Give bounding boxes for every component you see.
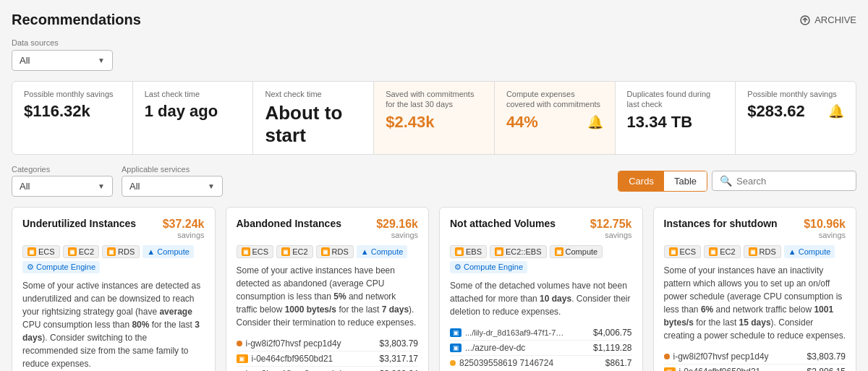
- data-sources-label: Data sources: [12, 38, 856, 47]
- list-item: ▣.../lily-dr_8d163af9-47f1-7ba1-ab0c-5b2…: [450, 325, 632, 341]
- card-header: Abandoned Instances $29.16k savings: [237, 218, 419, 239]
- tag-ec2: ▣EC2: [276, 245, 312, 258]
- chevron-down-icon: ▼: [208, 182, 215, 190]
- stat-label: Duplicates found during last check: [627, 89, 724, 110]
- item-name: i-gw8i2f07hvsf pecp1d4y: [664, 351, 769, 362]
- cards-view-button[interactable]: Cards: [618, 171, 664, 191]
- aws-icon: ▣: [664, 367, 676, 371]
- tag-ec2ebs: ▣EC2::EBS: [490, 245, 547, 258]
- item-name: i-gw8i2f07hvsf pecp1d4y: [237, 338, 341, 349]
- card-header: Not attached Volumes $12.75k savings: [450, 218, 632, 239]
- categories-select[interactable]: All ▼: [12, 176, 113, 197]
- chevron-down-icon: ▼: [98, 182, 105, 190]
- filters-left: Categories All ▼ Applicable services All…: [12, 165, 223, 197]
- item-amount: $3,317.17: [380, 354, 418, 364]
- item-amount: $4,006.75: [593, 328, 631, 338]
- archive-icon: [799, 14, 811, 26]
- chevron-down-icon: ▼: [98, 56, 105, 64]
- card-title: Underutilized Instances: [22, 218, 136, 229]
- stat-last-check: Last check time 1 day ago: [133, 82, 254, 154]
- card-items: i-gw8i2f07hvsf pecp1d4y $3,803.79 ▣i-0e4…: [664, 349, 846, 371]
- archive-button[interactable]: ARCHIVE: [799, 14, 856, 26]
- savings-label: savings: [804, 231, 846, 239]
- list-item: i-gw8bwy1fbwc2spcyqhdy $2,060.64: [237, 367, 419, 371]
- stat-label: Possible monthly savings: [24, 89, 121, 99]
- aws-icon: ▣: [709, 247, 718, 256]
- tag-ebs: ▣EBS: [450, 245, 487, 258]
- card-abandoned: Abandoned Instances $29.16k savings ▣ECS…: [226, 207, 430, 371]
- savings-label: savings: [163, 231, 205, 239]
- tag-compute-engine: ⚙ Compute Engine: [450, 261, 527, 273]
- card-savings: $12.75k savings: [590, 218, 632, 239]
- tag-ec2: ▣EC2: [704, 245, 740, 258]
- savings-amount: $29.16k: [376, 218, 418, 231]
- aws-icon: ▣: [321, 247, 330, 256]
- item-name: ▣.../lily-dr_8d163af9-47f1-7ba1-ab0c-5b2…: [450, 328, 566, 337]
- aws-icon: ▣: [237, 354, 248, 363]
- savings-label: savings: [376, 231, 418, 239]
- item-amount: $1,119.28: [593, 343, 631, 353]
- card-description: Some of your instances have an inactivit…: [664, 264, 846, 342]
- stats-row: Possible monthly savings $116.32k Last c…: [12, 81, 856, 155]
- aws-icon: ▣: [495, 247, 503, 256]
- item-name: ▣i-0e464cfbf9650bd21: [664, 367, 761, 371]
- item-name: 825039558619 7146724: [450, 358, 553, 368]
- list-item: ▣.../azure-dev-dc $1,119.28: [450, 341, 632, 356]
- info-icon: 🔔: [587, 114, 603, 130]
- stat-saved-commitments: Saved with commitments for the last 30 d…: [374, 82, 495, 154]
- card-title: Not attached Volumes: [450, 218, 556, 229]
- list-item: i-gw8i2f07hvsf pecp1d4y $3,803.79: [237, 336, 419, 351]
- card-items: i-gw8i2f07hvsf pecp1d4y $3,803.79 ▣i-0e4…: [237, 336, 419, 371]
- item-amount: $3,803.79: [380, 338, 418, 349]
- item-name: ▣.../azure-dev-dc: [450, 343, 525, 353]
- item-amount: $2,806.15: [807, 367, 846, 371]
- stat-label: Saved with commitments for the last 30 d…: [386, 89, 482, 110]
- card-description: Some of your active instances have been …: [237, 264, 419, 329]
- card-volumes: Not attached Volumes $12.75k savings ▣EB…: [439, 207, 643, 371]
- aws-icon: ▣: [555, 247, 563, 256]
- stat-value: About to start: [265, 102, 362, 147]
- card-savings: $10.96k savings: [804, 218, 846, 239]
- cards-grid: Underutilized Instances $37.24k savings …: [12, 207, 856, 371]
- tag-compute: ▲ Compute: [784, 245, 835, 258]
- tag-rds: ▣RDS: [744, 245, 781, 258]
- tags-row: ▣ECS ▣EC2 ▣RDS ▲ Compute: [237, 245, 419, 258]
- archive-label: ARCHIVE: [814, 14, 856, 25]
- stat-value: 13.34 TB: [627, 113, 724, 132]
- gcp-icon: [450, 360, 456, 366]
- stat-possible-savings-2: Possible monthly savings $283.62 🔔: [736, 82, 856, 154]
- view-toggle: Cards Table: [618, 171, 707, 192]
- card-items: ▣.../lily-dr_8d163af9-47f1-7ba1-ab0c-5b2…: [450, 325, 632, 370]
- services-select[interactable]: All ▼: [122, 176, 223, 197]
- stat-next-check: Next check time About to start: [253, 82, 374, 154]
- services-filter: Applicable services All ▼: [122, 165, 223, 197]
- search-icon: 🔍: [720, 175, 732, 187]
- tags-row: ▣ECS ▣EC2 ▣RDS ▲ Compute: [664, 245, 846, 258]
- card-savings: $37.24k savings: [163, 218, 205, 239]
- stat-value: $2.43k: [386, 113, 434, 132]
- item-amount: $861.7: [605, 358, 632, 368]
- stat-compute-covered: Compute expenses covered with commitment…: [495, 82, 616, 154]
- aws-icon: ▣: [68, 247, 77, 256]
- list-item: 825039558619 7146724 $861.7: [450, 356, 632, 370]
- categories-filter: Categories All ▼: [12, 165, 113, 197]
- savings-amount: $10.96k: [804, 218, 846, 231]
- stat-duplicates: Duplicates found during last check 13.34…: [616, 82, 736, 154]
- stat-label: Next check time: [265, 89, 362, 99]
- item-name: ▣i-0e464cfbf9650bd21: [237, 354, 333, 364]
- aws-icon: ▣: [242, 247, 250, 256]
- search-input[interactable]: [736, 176, 848, 187]
- tag-ec2: ▣EC2: [63, 245, 99, 258]
- tag-ecs: ▣ECS: [237, 245, 274, 258]
- card-title: Instances for shutdown: [664, 218, 778, 229]
- data-sources-select[interactable]: All ▼: [12, 50, 113, 71]
- table-view-button[interactable]: Table: [664, 171, 707, 191]
- tag-rds: ▣RDS: [316, 245, 354, 258]
- tag-ecs: ▣ECS: [664, 245, 702, 258]
- tag-compute-engine: ⚙ Compute Engine: [22, 261, 100, 273]
- tags-row: ▣EBS ▣EC2::EBS ▣Compute ⚙ Compute Engine: [450, 245, 632, 273]
- aws-icon: ▣: [455, 247, 464, 256]
- filters-row: Categories All ▼ Applicable services All…: [12, 165, 856, 197]
- tag-rds: ▣RDS: [102, 245, 140, 258]
- tag-compute: ▲ Compute: [142, 245, 194, 258]
